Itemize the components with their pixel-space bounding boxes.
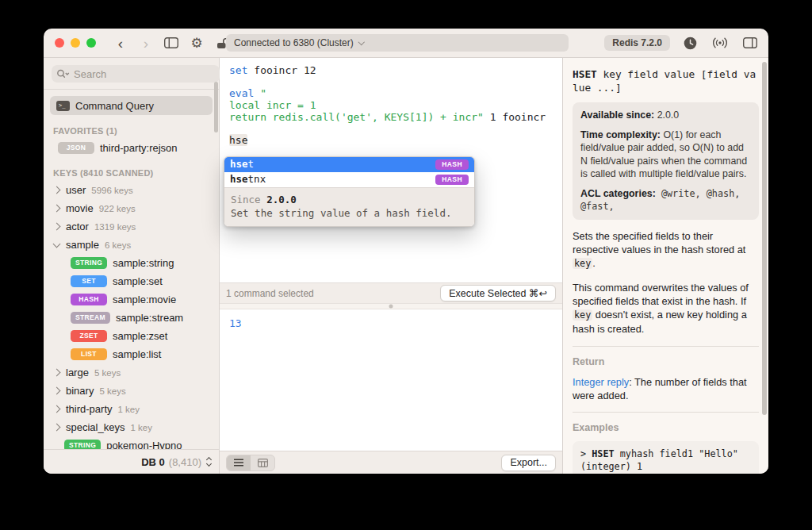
return-description: Integer reply: The number of fields that… — [573, 375, 759, 402]
chevron-right-icon — [53, 205, 61, 213]
command-editor[interactable]: set fooincr 12 eval " local incr = 1 ret… — [220, 58, 562, 282]
tree-group-large[interactable]: large 5 keys — [44, 363, 219, 382]
favorite-item[interactable]: JSON third-party:rejson — [44, 139, 219, 157]
key-item-pokemon[interactable]: STRING pokemon-Hypno — [44, 436, 219, 449]
redis-version-badge: Redis 7.2.0 — [604, 35, 670, 51]
search-field[interactable] — [52, 65, 220, 83]
execute-selected-button[interactable]: Execute Selected ⌘↩ — [440, 285, 556, 301]
history-button[interactable] — [680, 33, 700, 52]
db-stepper[interactable] — [207, 458, 211, 466]
chevron-down-icon — [358, 39, 365, 45]
examples-header: Examples — [573, 422, 759, 433]
integer-reply-link[interactable]: Integer reply — [573, 376, 629, 388]
gear-icon: ⚙ — [190, 35, 202, 52]
antenna-icon — [712, 37, 728, 48]
settings-button[interactable]: ⚙ — [186, 33, 207, 52]
toggle-right-panel-button[interactable] — [740, 33, 760, 52]
key-item[interactable]: STREAM sample:stream — [44, 309, 219, 327]
pane-splitter[interactable] — [220, 303, 562, 309]
tree-group-third-party[interactable]: third-party 1 key — [44, 400, 219, 418]
table-view-button[interactable] — [251, 455, 274, 470]
command-status-bar: 1 command selected Execute Selected ⌘↩ — [220, 282, 562, 303]
key-item[interactable]: SET sample:set — [44, 272, 219, 290]
key-item[interactable]: LIST sample:list — [44, 345, 219, 363]
tree-group-actor[interactable]: actor 1319 keys — [44, 217, 219, 236]
type-badge-zset: ZSET — [71, 330, 107, 342]
toggle-sidebar-button[interactable] — [161, 33, 182, 52]
right-panel-toggle-icon — [743, 37, 757, 48]
type-badge-hash: HASH — [435, 159, 469, 170]
chevron-right-icon — [53, 424, 61, 432]
app-window: ‹ › ⚙ Connected to 6380 (Cluster) Redis … — [44, 29, 768, 474]
sidebar-item-command-query[interactable]: >_ Command Query — [50, 96, 213, 115]
monitor-button[interactable] — [710, 33, 730, 52]
autocomplete-dropdown: hset HASH hsetnx HASH Since 2.0.0 Set th… — [224, 156, 475, 227]
list-view-icon — [234, 459, 243, 467]
key-item[interactable]: HASH sample:movie — [44, 290, 219, 309]
autocomplete-item-hsetnx[interactable]: hsetnx HASH — [224, 172, 474, 187]
key-list: FAVORITES (1) JSON third-party:rejson KE… — [44, 115, 219, 449]
type-badge-hash: HASH — [435, 175, 469, 185]
connection-label: Connected to 6380 (Cluster) — [234, 37, 354, 48]
db-label: DB 0 — [141, 456, 165, 468]
favorites-header: FAVORITES (1) — [44, 115, 219, 139]
tree-group-binary[interactable]: binary 5 keys — [44, 382, 219, 400]
view-mode-switch — [226, 455, 275, 471]
command-query-label: Command Query — [75, 100, 154, 112]
command-editor-pane: set fooincr 12 eval " local incr = 1 ret… — [220, 58, 563, 474]
key-item[interactable]: STRING sample:string — [44, 254, 219, 272]
back-button[interactable]: ‹ — [110, 33, 131, 52]
divider — [573, 412, 759, 413]
zoom-button[interactable] — [86, 38, 96, 48]
selection-status: 1 command selected — [226, 288, 314, 299]
code-keyword: set — [229, 64, 247, 76]
return-header: Return — [573, 356, 759, 367]
key-item[interactable]: ZSET sample:zset — [44, 327, 219, 345]
type-badge-string: STRING — [64, 440, 101, 449]
results-area: 13 — [220, 309, 562, 451]
tree-group-special-keys[interactable]: special_keys 1 key — [44, 418, 219, 436]
autocomplete-info: Since 2.0.0 Set the string value of a ha… — [224, 187, 474, 226]
sidebar-scrollbar[interactable] — [214, 82, 218, 132]
drag-handle-icon — [389, 305, 393, 309]
description-paragraph: Sets the specified fields to their respe… — [573, 229, 759, 271]
result-value: 13 — [229, 317, 242, 329]
tree-group-user[interactable]: user 5996 keys — [44, 181, 219, 199]
minimize-button[interactable] — [71, 38, 80, 48]
clock-icon — [684, 36, 697, 50]
forward-button[interactable]: › — [136, 33, 156, 52]
search-input[interactable] — [72, 67, 215, 81]
chevron-down-icon — [53, 240, 61, 248]
list-view-button[interactable] — [227, 455, 251, 470]
chevron-right-icon — [53, 387, 61, 395]
back-icon: ‹ — [118, 36, 123, 51]
type-badge-hash: HASH — [71, 294, 107, 305]
chevron-right-icon — [53, 223, 61, 231]
chevron-right-icon — [53, 405, 61, 413]
code-keyword: eval — [229, 87, 254, 99]
terminal-icon: >_ — [56, 101, 70, 111]
export-button[interactable]: Export... — [501, 455, 556, 471]
type-badge-set: SET — [71, 275, 107, 287]
db-selector-bar: DB 0 (8,410) — [44, 449, 219, 474]
docs-scrollbar[interactable] — [762, 62, 767, 415]
autocomplete-item-hset[interactable]: hset HASH — [224, 157, 474, 172]
examples-code-block: > HSET myhash field1 "Hello" (integer) 1… — [573, 441, 759, 474]
typed-text: hse — [229, 134, 247, 146]
close-button[interactable] — [55, 38, 64, 48]
sidebar-toggle-icon — [164, 37, 178, 48]
sidebar: + >_ Command Query FAVORITES (1) JSON th… — [44, 58, 220, 474]
type-badge-stream: STREAM — [71, 312, 110, 324]
keys-header: KEYS (8410 SCANNED) — [44, 157, 219, 181]
search-icon — [56, 69, 70, 79]
connection-selector[interactable]: Connected to 6380 (Cluster) — [226, 34, 569, 52]
tree-group-sample[interactable]: sample 6 keys — [44, 236, 219, 254]
description-paragraph: This command overwrites the values of sp… — [573, 281, 759, 336]
forward-icon: › — [144, 36, 148, 51]
shortcut-hint: ⌘↩ — [529, 287, 547, 299]
db-count: (8,410) — [169, 456, 201, 468]
command-signature: HSET key field value [field value ...] — [573, 67, 756, 94]
chevron-down-icon — [206, 461, 212, 467]
tree-group-movie[interactable]: movie 922 keys — [44, 199, 219, 217]
results-toolbar: Export... — [220, 451, 562, 474]
